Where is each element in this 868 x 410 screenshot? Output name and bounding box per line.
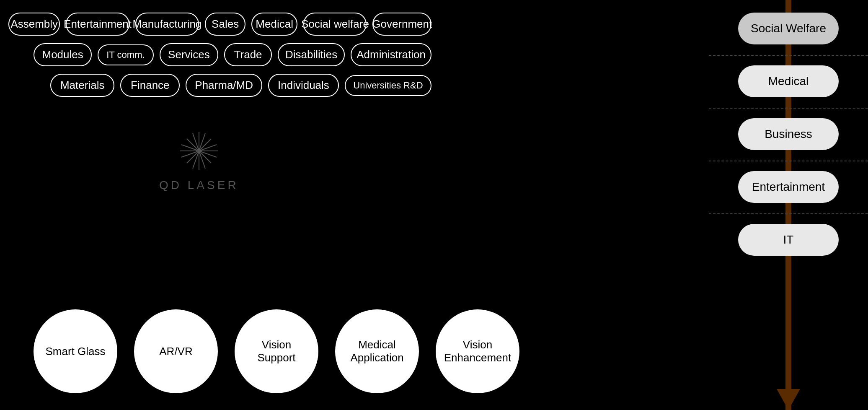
tag-finance[interactable]: Finance xyxy=(120,74,180,97)
tag-individuals[interactable]: Individuals xyxy=(268,74,339,97)
logo-area: QD LASER xyxy=(159,130,239,192)
tag-medical[interactable]: Medical xyxy=(251,13,297,36)
tag-manufacturing[interactable]: Manufacturing xyxy=(135,13,199,36)
circle-ar-vr[interactable]: AR/VR xyxy=(134,309,218,393)
tag-government[interactable]: Government xyxy=(372,13,431,36)
logo-text: QD LASER xyxy=(159,179,239,192)
chain-item-entertainment[interactable]: Entertainment xyxy=(738,171,839,203)
chain-item-medical[interactable]: Medical xyxy=(738,65,839,97)
right-chain: Social Welfare Medical Business Entertai… xyxy=(709,0,868,410)
chain-spacer-1 xyxy=(709,44,868,65)
chain-item-social-welfare[interactable]: Social Welfare xyxy=(738,13,839,44)
qd-laser-star-icon xyxy=(178,130,220,172)
tag-social-welfare[interactable]: Social welfare xyxy=(303,13,367,36)
tag-trade[interactable]: Trade xyxy=(224,43,272,66)
circle-smart-glass[interactable]: Smart Glass xyxy=(34,309,117,393)
chain-spacer-2 xyxy=(709,97,868,118)
circle-vision-enhancement[interactable]: Vision Enhancement xyxy=(436,309,519,393)
tag-disabilities[interactable]: Disabilities xyxy=(278,43,345,66)
tags-area: Assembly Entertainment Manufacturing Sal… xyxy=(0,0,440,117)
chain-dash-line-3 xyxy=(709,161,868,161)
chain-item-it[interactable]: IT xyxy=(738,224,839,256)
tag-modules[interactable]: Modules xyxy=(34,43,92,66)
chain-dash-line-2 xyxy=(709,108,868,109)
tag-it-comm[interactable]: IT comm. xyxy=(98,44,154,65)
chain-spacer-3 xyxy=(709,150,868,171)
tag-sales[interactable]: Sales xyxy=(205,13,245,36)
tag-assembly[interactable]: Assembly xyxy=(8,13,60,36)
chain-arrow-icon xyxy=(777,389,800,410)
tag-services[interactable]: Services xyxy=(160,43,218,66)
tag-administration[interactable]: Administration xyxy=(351,43,431,66)
circle-vision-support[interactable]: Vision Support xyxy=(235,309,318,393)
chain-spacer-4 xyxy=(709,203,868,224)
chain-dash-line-1 xyxy=(709,55,868,56)
tag-row-3: Materials Finance Pharma/MD Individuals … xyxy=(8,74,431,97)
tag-row-2: Modules IT comm. Services Trade Disabili… xyxy=(8,43,431,66)
tag-pharma[interactable]: Pharma/MD xyxy=(186,74,262,97)
tag-entertainment[interactable]: Entertainment xyxy=(66,13,129,36)
tag-universities[interactable]: Universities R&D xyxy=(345,75,431,96)
chain-item-business[interactable]: Business xyxy=(738,118,839,150)
circle-medical-application[interactable]: Medical Application xyxy=(335,309,419,393)
circles-area: Smart Glass AR/VR Vision Support Medical… xyxy=(34,309,519,393)
tag-materials[interactable]: Materials xyxy=(50,74,114,97)
chain-dash-line-4 xyxy=(709,213,868,214)
tag-row-1: Assembly Entertainment Manufacturing Sal… xyxy=(8,13,431,36)
